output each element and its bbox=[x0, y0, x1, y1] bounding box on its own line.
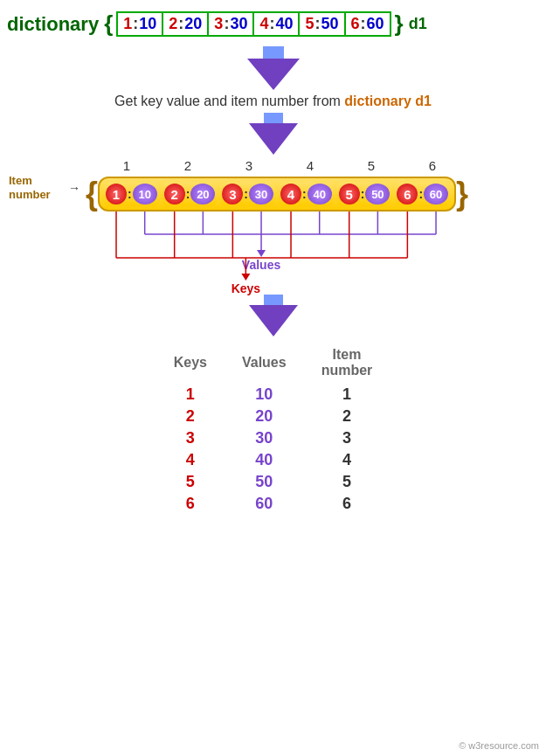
top-val-2: 20 bbox=[184, 15, 202, 33]
svg-marker-8 bbox=[257, 250, 266, 257]
table-section: KeysValuesItem number1101220233034404550… bbox=[0, 345, 546, 515]
table-key-1: 1 bbox=[156, 384, 225, 406]
table-num-1: 2 bbox=[304, 406, 390, 427]
table-header-values: Values bbox=[225, 345, 304, 384]
cell-key-1: 1 bbox=[106, 184, 127, 205]
table-num-5: 6 bbox=[304, 493, 390, 515]
table-row: 2202 bbox=[156, 406, 390, 427]
table-val-1: 20 bbox=[225, 406, 304, 427]
table-key-4: 4 bbox=[156, 449, 225, 471]
item-number-3: 3 bbox=[218, 158, 280, 173]
table-key-5: 5 bbox=[156, 471, 225, 493]
cell-val-6: 60 bbox=[424, 184, 448, 205]
table-key-3: 3 bbox=[156, 427, 225, 449]
top-key-5: 5 bbox=[305, 15, 314, 33]
table-val-2: 30 bbox=[225, 427, 304, 449]
top-val-6: 60 bbox=[367, 15, 384, 33]
dict-cell-1: 1 : 10 bbox=[103, 182, 160, 206]
close-brace-top: } bbox=[395, 10, 404, 38]
item-number-arrow: → bbox=[68, 181, 80, 195]
item-numbers-row: 123456 bbox=[96, 158, 524, 173]
cell-val-3: 30 bbox=[249, 184, 273, 205]
dict-row: { 1 : 10 2 : 20 3 : 30 4 : 40 5 : 50 6 :… bbox=[86, 177, 524, 212]
item-number-1: 1 bbox=[96, 158, 157, 173]
svg-text:Keys: Keys bbox=[232, 281, 261, 295]
arrow3 bbox=[249, 305, 298, 336]
svg-text:Values: Values bbox=[242, 258, 281, 272]
cell-val-1: 10 bbox=[133, 184, 157, 205]
top-val-3: 30 bbox=[230, 15, 247, 33]
dict-cells: 1 : 10 2 : 20 3 : 30 4 : 40 5 : 50 6 : 6… bbox=[98, 177, 456, 212]
cell-key-5: 5 bbox=[339, 184, 360, 205]
top-val-5: 50 bbox=[321, 15, 338, 33]
dict-item-top-6: 6 : 60 bbox=[346, 13, 390, 35]
table-num-3: 4 bbox=[304, 449, 390, 471]
cell-key-3: 3 bbox=[222, 184, 243, 205]
d1-label: d1 bbox=[409, 15, 427, 33]
table-num-0: 1 bbox=[304, 384, 390, 406]
top-val-4: 40 bbox=[275, 15, 293, 33]
top-key-1: 1 bbox=[123, 15, 132, 33]
cell-key-4: 4 bbox=[280, 184, 301, 205]
top-key-6: 6 bbox=[351, 15, 360, 33]
table-key-6: 6 bbox=[156, 493, 225, 515]
arrow2-container bbox=[0, 113, 546, 155]
top-key-4: 4 bbox=[259, 15, 268, 33]
table-num-4: 5 bbox=[304, 471, 390, 493]
result-table: KeysValuesItem number1101220233034404550… bbox=[156, 345, 390, 515]
table-key-2: 2 bbox=[156, 406, 225, 427]
item-number-6: 6 bbox=[402, 158, 463, 173]
mid-open-brace: { bbox=[86, 178, 98, 210]
dict-item-top-5: 5 : 50 bbox=[300, 13, 345, 35]
top-section: dictionary { 1 : 102 : 203 : 304 : 405 :… bbox=[0, 0, 546, 43]
open-brace-top: { bbox=[104, 10, 113, 38]
item-number-label: Itemnumber bbox=[9, 174, 51, 201]
table-row: 1101 bbox=[156, 384, 390, 406]
top-key-2: 2 bbox=[169, 15, 177, 33]
item-number-5: 5 bbox=[341, 158, 402, 173]
cell-val-5: 50 bbox=[365, 184, 390, 205]
watermark: © w3resource.com bbox=[459, 740, 539, 751]
table-header-item-number: Item number bbox=[304, 345, 390, 384]
lines-svg: ValuesKeys bbox=[9, 212, 524, 300]
arrow1 bbox=[247, 59, 300, 90]
dict-item-top-2: 2 : 20 bbox=[163, 13, 209, 35]
dict-cell-3: 3 : 30 bbox=[219, 182, 276, 206]
table-row: 6606 bbox=[156, 493, 390, 515]
table-row: 3303 bbox=[156, 427, 390, 449]
cell-key-2: 2 bbox=[164, 184, 185, 205]
cell-val-4: 40 bbox=[308, 184, 332, 205]
table-row: 4404 bbox=[156, 449, 390, 471]
dict-cell-5: 5 : 50 bbox=[336, 182, 393, 206]
mid-section: Itemnumber → 123456 { 1 : 10 2 : 20 3 : … bbox=[9, 158, 524, 300]
dict-item-top-3: 3 : 30 bbox=[209, 13, 254, 35]
svg-marker-18 bbox=[241, 274, 250, 281]
table-val-0: 10 bbox=[225, 384, 304, 406]
dict-item-top-4: 4 : 40 bbox=[254, 13, 300, 35]
table-header-keys: Keys bbox=[156, 345, 225, 384]
table-num-2: 3 bbox=[304, 427, 390, 449]
dict-cell-4: 4 : 40 bbox=[278, 182, 335, 206]
table-row: 5505 bbox=[156, 471, 390, 493]
cell-val-2: 20 bbox=[190, 184, 215, 205]
dict-cell-2: 2 : 20 bbox=[162, 182, 218, 206]
table-val-3: 40 bbox=[225, 449, 304, 471]
dict-item-top-1: 1 : 10 bbox=[118, 13, 163, 35]
dict-items-top: 1 : 102 : 203 : 304 : 405 : 506 : 60 bbox=[116, 11, 390, 37]
dict-label: dictionary bbox=[7, 13, 99, 36]
cell-key-6: 6 bbox=[397, 184, 418, 205]
table-val-4: 50 bbox=[225, 471, 304, 493]
table-val-5: 60 bbox=[225, 493, 304, 515]
dict-cell-6: 6 : 60 bbox=[394, 182, 451, 206]
top-key-3: 3 bbox=[214, 15, 223, 33]
mid-close-brace: } bbox=[456, 178, 468, 210]
item-number-2: 2 bbox=[157, 158, 218, 173]
arrow1-container bbox=[0, 46, 546, 90]
arrow3-container bbox=[0, 303, 546, 336]
item-number-4: 4 bbox=[280, 158, 341, 173]
top-val-1: 10 bbox=[139, 15, 156, 33]
arrow2 bbox=[249, 123, 298, 155]
desc-text: Get key value and item number from dicti… bbox=[0, 94, 546, 109]
